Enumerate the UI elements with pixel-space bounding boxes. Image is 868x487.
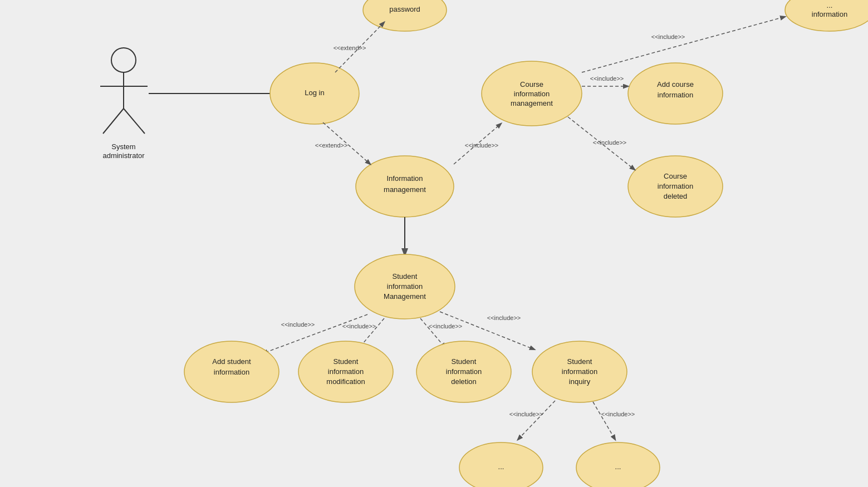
top-right-label2: information <box>812 10 847 18</box>
add-course-label2: information <box>658 91 693 99</box>
course-mgmt-label3: management <box>511 99 553 107</box>
student-mod-label3: modification <box>326 377 365 386</box>
course-deleted-label2: information <box>658 182 693 190</box>
student-del-label2: information <box>446 367 482 376</box>
include-info-course-label: <<include>> <box>465 142 499 149</box>
extend-info-label: <<extend>> <box>315 142 348 149</box>
add-student-label1: Add student <box>212 357 251 366</box>
course-mgmt-label1: Course <box>520 80 543 88</box>
include-studentinq-label: <<include>> <box>487 314 521 321</box>
include-studentmod-label: <<include>> <box>342 323 376 329</box>
student-mgmt-label1: Student <box>393 272 418 281</box>
course-deleted-label3: deleted <box>664 192 688 200</box>
student-mod-label1: Student <box>334 357 359 366</box>
add-course-label1: Add course <box>657 80 694 88</box>
info-mgmt-label1: Information <box>386 174 423 183</box>
add-student-label2: information <box>214 368 249 376</box>
student-inq-label1: Student <box>567 357 592 366</box>
student-mod-label2: information <box>328 367 364 376</box>
login-label: Log in <box>305 88 324 97</box>
course-mgmt-label2: information <box>514 90 550 98</box>
course-deleted-label1: Course <box>664 172 687 180</box>
student-del-label3: deletion <box>451 377 477 386</box>
include-bottom1-label: <<include>> <box>509 411 543 417</box>
bottom-right-label: ... <box>615 463 621 471</box>
student-mgmt-label3: Management <box>384 292 426 301</box>
student-inq-label2: information <box>562 367 597 376</box>
student-mgmt-label2: information <box>387 282 423 291</box>
include-topright-label: <<include>> <box>651 33 685 40</box>
svg-rect-0 <box>0 0 868 487</box>
include-bottom2-label: <<include>> <box>601 411 635 417</box>
include-studentdel-label: <<include>> <box>429 323 463 329</box>
diagram-canvas: System administrator Log in password <<e… <box>0 0 868 487</box>
bottom-left-label: ... <box>498 463 504 471</box>
include-course-del-label: <<include>> <box>593 139 627 146</box>
actor-label: System <box>111 142 135 151</box>
extend-password-label: <<extend>> <box>334 45 366 51</box>
include-course-add-label: <<include>> <box>590 75 624 82</box>
student-del-label1: Student <box>452 357 477 366</box>
password-label: password <box>389 5 420 13</box>
actor-label2: administrator <box>102 151 145 160</box>
top-right-label1: ... <box>827 1 833 9</box>
info-mgmt-label2: management <box>384 185 426 194</box>
student-inq-label3: inquiry <box>569 377 591 386</box>
include-addstudent-label: <<include>> <box>281 321 315 328</box>
